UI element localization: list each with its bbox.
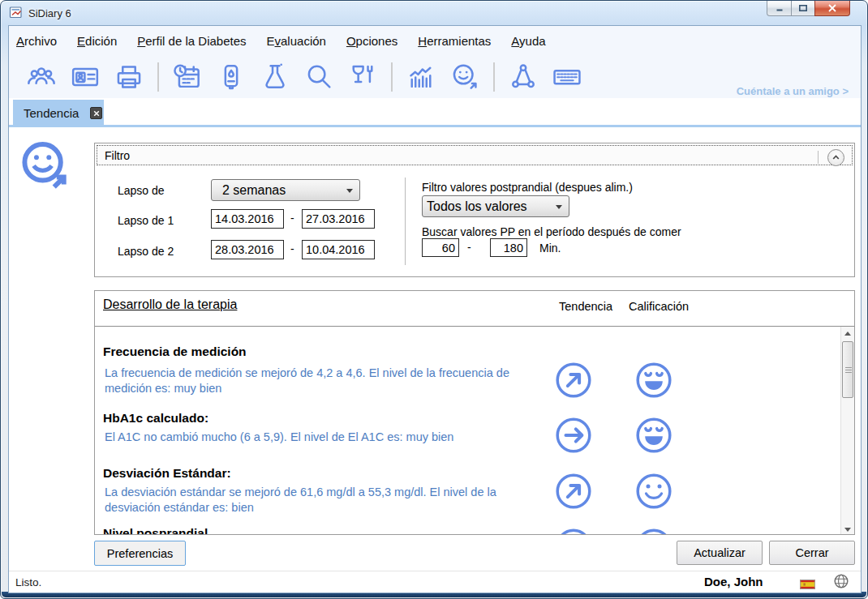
tab-label: Tendencia — [24, 106, 79, 120]
lapse-select[interactable]: 2 semanas — [211, 179, 360, 201]
lapse1-to-input[interactable] — [302, 209, 375, 229]
glucose-meter-icon[interactable] — [216, 62, 247, 92]
minimize-icon — [775, 4, 784, 12]
scroll-down-button[interactable] — [841, 523, 854, 535]
window-title: SiDiary 6 — [28, 7, 71, 19]
header-separator — [818, 151, 819, 164]
pp-from-input[interactable] — [422, 238, 459, 257]
filter-panel: Filtro Lapso de 2 semanas Lapso de 1 - L… — [94, 143, 855, 277]
maximize-button[interactable] — [791, 1, 815, 16]
lapse1-label: Lapso de 1 — [118, 214, 174, 227]
column-header-trend: Tendencia — [559, 300, 612, 313]
chevron-down-icon — [556, 205, 562, 212]
scrollbar-thumb[interactable] — [842, 341, 853, 398]
pp-to-input[interactable] — [490, 238, 527, 257]
row-title: Desviación Estándar: — [103, 466, 231, 481]
calendar-clock-icon[interactable] — [172, 62, 203, 92]
row-title: HbA1c calculado: — [103, 411, 208, 426]
menu-ayuda[interactable]: Ayuda — [511, 34, 545, 48]
pp-filter-select[interactable]: Todos los valores — [422, 195, 569, 217]
status-text: Listo. — [15, 576, 41, 588]
close-button[interactable] — [814, 1, 850, 16]
row-title: Nivel posprandial — [103, 526, 208, 535]
range-dash: - — [467, 241, 471, 254]
tell-a-friend-link[interactable]: Cuéntale a un amigo > — [737, 85, 849, 97]
trend-arrow-up-right-icon — [554, 361, 593, 400]
arrow-up-icon — [844, 328, 851, 336]
column-header-rating: Calificación — [629, 300, 689, 313]
menu-herramientas[interactable]: Herramientas — [418, 34, 491, 48]
nutrition-icon[interactable] — [347, 62, 378, 92]
users-icon[interactable] — [26, 62, 57, 92]
app-window: SiDiary 6 Archivo Edición Perfil de la D… — [0, 0, 868, 599]
minutes-unit-label: Min. — [539, 242, 561, 255]
tab-tendencia[interactable]: Tendencia — [13, 100, 104, 126]
menu-perfil-diabetes[interactable]: Perfil de la Diabetes — [137, 34, 246, 48]
rating-smiley-icon — [634, 472, 673, 511]
caption-buttons — [767, 1, 850, 16]
therapy-title: Desarrollo de la terapia — [103, 297, 237, 312]
globe-icon[interactable] — [833, 573, 849, 589]
lapse2-from-input[interactable] — [211, 240, 284, 259]
client-area: Archivo Edición Perfil de la Diabetes Ev… — [8, 25, 862, 593]
collapse-button[interactable] — [827, 149, 844, 166]
filter-vertical-divider — [405, 178, 406, 265]
status-bar: Listo. Doe, John — [9, 571, 861, 593]
row-description: La desviación estándar se mejoró de 61,6… — [105, 485, 544, 516]
range-dash: - — [290, 242, 294, 255]
update-button[interactable]: Actualizar — [677, 541, 763, 565]
lapse-label: Lapso de — [118, 184, 165, 197]
keyboard-icon[interactable] — [552, 62, 582, 92]
menu-evaluacion[interactable]: Evaluación — [267, 34, 326, 48]
scroll-up-button[interactable] — [841, 327, 854, 340]
pp-search-label: Buscar valores PP en el período después … — [422, 225, 681, 238]
chevron-down-icon — [346, 189, 353, 196]
filter-title: Filtro — [105, 149, 130, 162]
menu-archivo[interactable]: Archivo — [16, 34, 57, 48]
lab-flask-icon[interactable] — [260, 62, 290, 92]
rating-laughing-smiley-icon — [634, 361, 673, 400]
app-icon — [9, 6, 24, 20]
trend-smiley-icon[interactable] — [449, 62, 480, 92]
lapse2-to-input[interactable] — [302, 240, 375, 259]
toolbar-separator — [157, 62, 159, 92]
close-icon — [827, 4, 837, 12]
rating-laughing-smiley-icon — [634, 416, 673, 455]
trend-page-smiley-icon — [19, 139, 75, 196]
toolbar-separator — [493, 62, 495, 92]
trend-arrow-up-right-icon — [554, 472, 593, 511]
rating-icon-clipped — [634, 527, 673, 535]
close-view-button[interactable]: Cerrar — [769, 541, 855, 565]
filter-header[interactable]: Filtro — [97, 145, 853, 165]
therapy-panel: Desarrollo de la terapia Tendencia Calif… — [94, 290, 855, 535]
menu-edicion[interactable]: Edición — [77, 34, 117, 48]
id-card-icon[interactable] — [70, 62, 101, 92]
pp-filter-label: Filtro valores postprandial (despues ali… — [422, 181, 633, 194]
statistics-icon[interactable] — [406, 62, 436, 92]
trend-arrow-right-icon — [554, 416, 593, 455]
row-description: La frecuencia de medición se mejoró de 4… — [105, 366, 544, 396]
scrollbar-grip — [845, 367, 852, 374]
menu-opciones[interactable]: Opciones — [346, 34, 397, 48]
pp-filter-select-value: Todos los valores — [427, 199, 527, 214]
search-icon[interactable] — [303, 62, 334, 92]
printer-icon[interactable] — [114, 62, 144, 92]
toolbar-separator — [391, 62, 393, 92]
preferences-button[interactable]: Preferencias — [94, 541, 186, 566]
close-icon — [93, 110, 100, 117]
lapse1-from-input[interactable] — [211, 209, 284, 229]
arrow-down-icon — [844, 528, 851, 535]
menu-bar: Archivo Edición Perfil de la Diabetes Ev… — [9, 26, 861, 55]
trend-icon-clipped — [554, 527, 593, 535]
current-user: Doe, John — [704, 575, 763, 588]
spanish-flag-icon[interactable] — [800, 578, 815, 588]
sync-share-icon[interactable] — [508, 62, 539, 92]
tab-strip-line — [9, 125, 861, 127]
header-divider — [95, 326, 855, 327]
row-description: El A1C no cambió mucho (6 a 5,9). El niv… — [105, 430, 544, 445]
toolbar — [9, 55, 582, 98]
lapse2-label: Lapso de 2 — [118, 245, 174, 258]
tab-close-button[interactable] — [90, 107, 102, 119]
vertical-scrollbar[interactable] — [840, 327, 854, 535]
minimize-button[interactable] — [767, 1, 792, 16]
